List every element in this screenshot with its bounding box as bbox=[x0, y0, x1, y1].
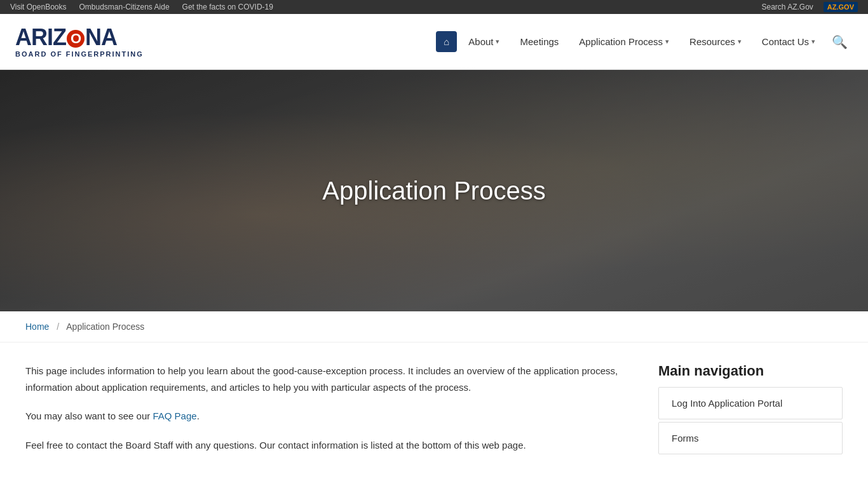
content-paragraph-2: You may also want to see our FAQ Page. bbox=[25, 408, 633, 424]
nav-application-process-label: Application Process bbox=[579, 36, 663, 47]
az-gov-badge: AZ.GOV bbox=[824, 2, 858, 12]
top-bar-link-openbooks[interactable]: Visit OpenBooks bbox=[10, 3, 67, 11]
home-icon: ⌂ bbox=[444, 36, 449, 47]
sidebar: Main navigation Log Into Application Por… bbox=[658, 363, 843, 466]
top-bar-right: Search AZ.Gov AZ.GOV bbox=[761, 2, 858, 12]
sidebar-item-application-portal[interactable]: Log Into Application Portal bbox=[658, 387, 843, 419]
breadcrumb-current: Application Process bbox=[66, 322, 144, 332]
nav-application-process[interactable]: Application Process ▾ bbox=[570, 31, 678, 52]
chevron-down-icon: ▾ bbox=[811, 37, 815, 46]
content-p2-after: . bbox=[197, 410, 200, 421]
content-p2-before: You may also want to see our bbox=[25, 410, 153, 421]
nav-about[interactable]: About ▾ bbox=[459, 31, 508, 52]
search-icon: 🔍 bbox=[832, 34, 848, 50]
top-bar: Visit OpenBooks Ombudsman-Citizens Aide … bbox=[0, 0, 868, 14]
header: ARIZONA BOARD OF FINGERPRINTING ⌂ About … bbox=[0, 14, 868, 70]
nav-contact-us[interactable]: Contact Us ▾ bbox=[753, 31, 824, 52]
breadcrumb: Home / Application Process bbox=[0, 311, 868, 342]
top-bar-links: Visit OpenBooks Ombudsman-Citizens Aide … bbox=[10, 3, 273, 11]
nav-meetings[interactable]: Meetings bbox=[511, 31, 567, 52]
nav-contact-us-label: Contact Us bbox=[762, 36, 809, 47]
faq-page-link[interactable]: FAQ Page bbox=[153, 410, 196, 421]
hero-banner: Application Process bbox=[0, 70, 868, 311]
nav-resources[interactable]: Resources ▾ bbox=[681, 31, 750, 52]
hero-title: Application Process bbox=[322, 177, 545, 205]
content-paragraph-1: This page includes information to help y… bbox=[25, 363, 633, 395]
logo[interactable]: ARIZONA BOARD OF FINGERPRINTING bbox=[15, 26, 144, 58]
logo-subtitle: BOARD OF FINGERPRINTING bbox=[15, 50, 144, 58]
content-body: This page includes information to help y… bbox=[25, 363, 633, 466]
main-nav: ⌂ About ▾ Meetings Application Process ▾… bbox=[169, 29, 853, 55]
main-content: This page includes information to help y… bbox=[0, 342, 868, 488]
nav-resources-label: Resources bbox=[689, 36, 735, 47]
sidebar-item-forms[interactable]: Forms bbox=[658, 422, 843, 454]
chevron-down-icon: ▾ bbox=[738, 37, 742, 46]
logo-text: ARIZONA bbox=[15, 26, 144, 49]
nav-about-label: About bbox=[468, 36, 493, 47]
search-button[interactable]: 🔍 bbox=[827, 29, 853, 55]
chevron-down-icon: ▾ bbox=[665, 37, 669, 46]
content-paragraph-3: Feel free to contact the Board Staff wit… bbox=[25, 437, 633, 454]
breadcrumb-separator: / bbox=[57, 322, 59, 332]
top-bar-link-ombudsman[interactable]: Ombudsman-Citizens Aide bbox=[79, 3, 170, 11]
sidebar-title: Main navigation bbox=[658, 363, 843, 379]
breadcrumb-home[interactable]: Home bbox=[25, 322, 49, 332]
logo-az-before: ARIZ bbox=[15, 24, 66, 50]
logo-az-after: NA bbox=[85, 24, 117, 50]
top-bar-link-covid[interactable]: Get the facts on COVID-19 bbox=[182, 3, 273, 11]
nav-home[interactable]: ⌂ bbox=[436, 31, 457, 52]
chevron-down-icon: ▾ bbox=[496, 37, 499, 46]
logo-o: O bbox=[67, 30, 85, 48]
top-bar-search-az[interactable]: Search AZ.Gov bbox=[761, 3, 813, 11]
nav-meetings-label: Meetings bbox=[520, 36, 559, 47]
